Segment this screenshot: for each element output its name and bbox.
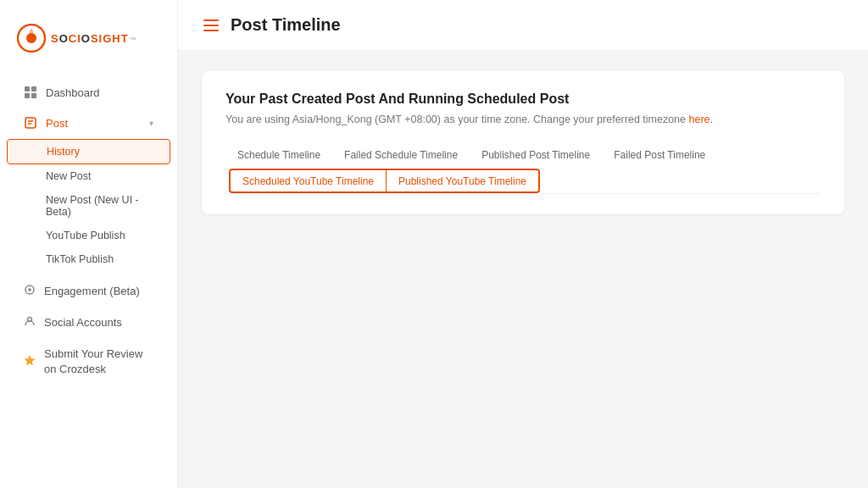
sidebar-item-new-post-beta[interactable]: New Post (New UI - Beta) <box>7 188 170 224</box>
post-label: Post <box>46 117 141 130</box>
chevron-down-icon: ▾ <box>149 119 153 128</box>
tab-failed-post-timeline[interactable]: Failed Post Timeline <box>602 142 717 169</box>
social-accounts-icon <box>24 315 36 330</box>
timezone-link[interactable]: here <box>689 114 710 125</box>
svg-rect-3 <box>31 86 36 92</box>
svg-marker-8 <box>25 355 36 366</box>
submit-review-label: Submit Your Review on Crozdesk <box>44 347 153 377</box>
sidebar-item-tiktok-publish[interactable]: TikTok Publish <box>7 247 170 271</box>
social-accounts-label: Social Accounts <box>44 316 153 329</box>
tab-failed-schedule-timeline[interactable]: Failed Schedule Timeline <box>332 142 470 169</box>
sidebar-item-submit-review[interactable]: Submit Your Review on Crozdesk <box>7 339 170 385</box>
card-title: Your Past Created Post And Running Sched… <box>225 92 821 107</box>
content-area: Your Past Created Post And Running Sched… <box>178 51 868 488</box>
dashboard-label: Dashboard <box>46 86 153 99</box>
sidebar-item-social-accounts[interactable]: Social Accounts <box>7 308 170 337</box>
sidebar-item-dashboard[interactable]: Dashboard <box>7 78 170 107</box>
sidebar-nav: Dashboard Post ▾ History New Post New Po… <box>0 69 177 393</box>
tab-published-post-timeline[interactable]: Published Post Timeline <box>470 142 602 169</box>
sidebar-item-history[interactable]: History <box>7 139 170 164</box>
hamburger-line-3 <box>203 30 219 31</box>
engagement-label: Engagement (Beta) <box>44 285 153 297</box>
dashboard-icon <box>24 86 37 99</box>
sidebar-item-engagement[interactable]: Engagement (Beta) <box>7 276 170 306</box>
tab-scheduled-youtube-timeline[interactable]: Scheduled YouTube Timeline <box>231 170 387 192</box>
star-icon <box>24 354 36 370</box>
sidebar: SOCIOSIGHT™ Dashboard Post ▾ History New… <box>0 0 178 488</box>
highlighted-tab-group: Scheduled YouTube Timeline Published You… <box>229 169 540 193</box>
card-subtitle: You are using Asia/Hong_Kong (GMT +08:00… <box>225 114 821 125</box>
page-title: Post Timeline <box>231 15 341 35</box>
post-submenu: History New Post New Post (New UI - Beta… <box>0 139 177 274</box>
post-icon <box>24 116 37 130</box>
sidebar-item-new-post[interactable]: New Post <box>7 164 170 188</box>
tab-schedule-timeline[interactable]: Schedule Timeline <box>225 142 332 169</box>
tab-published-youtube-timeline[interactable]: Published YouTube Timeline <box>387 170 538 192</box>
timeline-tabs: Schedule Timeline Failed Schedule Timeli… <box>225 142 821 194</box>
sidebar-item-post[interactable]: Post ▾ <box>7 108 170 137</box>
hamburger-line-1 <box>203 19 219 21</box>
svg-rect-4 <box>25 93 30 98</box>
app-name-text: SOCIOSIGHT™ <box>51 32 137 45</box>
main-area: Post Timeline Your Past Created Post And… <box>178 0 868 488</box>
logo-icon <box>17 24 46 53</box>
hamburger-button[interactable] <box>203 19 219 31</box>
top-header: Post Timeline <box>178 0 868 51</box>
main-card: Your Past Created Post And Running Sched… <box>202 71 844 214</box>
engagement-icon <box>24 284 36 298</box>
svg-rect-2 <box>25 86 30 92</box>
sidebar-item-youtube-publish[interactable]: YouTube Publish <box>7 224 170 247</box>
logo: SOCIOSIGHT™ <box>0 8 177 69</box>
hamburger-line-2 <box>203 25 219 26</box>
svg-rect-5 <box>31 93 36 98</box>
svg-rect-6 <box>25 118 36 128</box>
